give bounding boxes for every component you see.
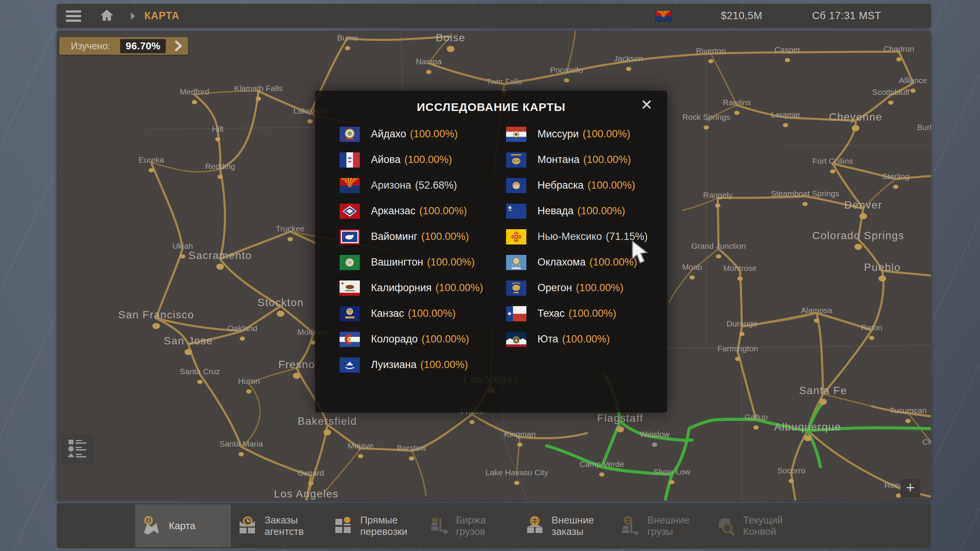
state-name: Вашингтон — [371, 256, 423, 268]
state-exploration-row: Айдахо(100.00%) — [340, 121, 483, 147]
tab-label: Текущий Конвой — [743, 514, 800, 537]
flag-new_mexico-icon — [506, 229, 526, 245]
city-dot — [708, 59, 714, 64]
state-name: Айдахо — [371, 128, 406, 140]
city-dot — [785, 58, 790, 62]
state-name: Миссури — [537, 128, 579, 140]
hamburger-menu-icon[interactable] — [66, 10, 81, 22]
city-label: Camp Verde — [580, 460, 624, 468]
city-label: Los Angeles — [274, 488, 338, 500]
city-label: Barstow — [397, 443, 426, 452]
city-dot — [277, 311, 284, 317]
state-explored-percent: (100.00%) — [576, 282, 624, 294]
home-icon — [100, 9, 114, 23]
explored-progress-control[interactable]: Изучено: 96.70% — [59, 37, 188, 55]
city-dot — [669, 480, 675, 484]
state-name: Арканзас — [371, 205, 415, 217]
state-explored-percent: (100.00%) — [435, 282, 483, 294]
city-dot — [287, 237, 293, 241]
city-label: Cheyenne — [829, 111, 882, 123]
state-explored-percent: (100.00%) — [410, 128, 458, 140]
screen: КАРТА $210,5M Сб 17:31 MST — [0, 0, 980, 551]
city-label: San Francisco — [118, 309, 194, 321]
city-dot — [789, 479, 794, 483]
state-name: Нью-Мексико — [537, 231, 602, 243]
city-label: Grand Junction — [691, 241, 746, 250]
explored-expand-chevron-icon — [174, 40, 183, 52]
state-explored-percent: (100.00%) — [588, 179, 635, 191]
city-dot — [879, 276, 886, 282]
city-dot — [715, 204, 720, 208]
city-label: Laramie — [771, 110, 800, 119]
city-label: Show Low — [653, 467, 691, 476]
home-button[interactable] — [100, 9, 114, 23]
state-explored-percent: (100.00%) — [421, 231, 469, 243]
flag-nevada-icon — [506, 204, 526, 219]
city-dot — [804, 435, 812, 441]
state-name: Юта — [537, 333, 558, 345]
dialog-title: ИССЛЕДОВАНИЕ КАРТЫ — [315, 101, 667, 114]
state-name: Небраска — [537, 179, 584, 191]
breadcrumb: КАРТА — [144, 10, 180, 22]
state-exploration-row: Арканзас(100.00%) — [340, 198, 483, 224]
city-dot — [514, 481, 519, 485]
city-dot — [246, 390, 252, 394]
state-exploration-row: Невада(100.00%) — [506, 198, 648, 224]
city-label: Colorado Springs — [812, 230, 904, 241]
city-label: Tucumcari — [889, 406, 926, 415]
flag-washington-icon — [340, 255, 360, 270]
flag-arkansas-icon — [340, 204, 360, 219]
state-explored-percent: (100.00%) — [420, 359, 468, 371]
legend-icon — [66, 438, 89, 461]
state-explored-percent: (100.00%) — [404, 154, 452, 166]
close-icon[interactable]: ✕ — [640, 98, 653, 112]
flag-oregon-icon — [506, 280, 526, 296]
city-dot — [293, 373, 301, 379]
city-dot — [192, 100, 197, 104]
tab-direct[interactable]: Прямые перевозки — [327, 504, 422, 547]
map-legend-button[interactable] — [61, 434, 94, 465]
flag-texas-icon — [506, 306, 526, 321]
city-label: Durango — [727, 319, 758, 328]
agency-icon — [237, 515, 258, 536]
city-label: Stockton — [258, 297, 304, 308]
state-name: Айова — [371, 154, 400, 166]
city-label: Casper — [774, 45, 800, 54]
city-label: Ukiah — [172, 241, 193, 250]
state-explored-percent: (100.00%) — [421, 333, 469, 345]
city-dot — [240, 337, 245, 341]
flag-california-icon — [340, 280, 360, 296]
state-exploration-row: Орегон(100.00%) — [506, 275, 648, 301]
city-dot — [447, 46, 454, 52]
city-dot — [735, 357, 740, 361]
state-explored-percent: (100.00%) — [419, 205, 467, 217]
city-label: Scottsbluff — [872, 88, 910, 96]
city-label: Santa Cruz — [180, 367, 220, 376]
city-label: Chadron — [884, 44, 915, 53]
city-dot — [517, 443, 523, 447]
tab-map[interactable]: Карта — [135, 504, 231, 547]
state-exploration-row: Канзас(100.00%) — [340, 301, 483, 326]
city-dot — [910, 89, 916, 93]
city-dot — [238, 452, 244, 456]
city-label: Flagstaff — [597, 412, 643, 424]
tab-ext_orders[interactable]: Внешние заказы — [518, 504, 614, 547]
city-dot — [323, 429, 331, 435]
city-dot — [737, 277, 743, 281]
state-exploration-row: Калифорния(100.00%) — [340, 275, 483, 301]
city-dot — [307, 119, 313, 124]
money-balance: $210,5M — [721, 10, 763, 22]
game-datetime: Сб 17:31 MST — [812, 10, 881, 22]
zoom-in-button[interactable]: + — [900, 479, 920, 497]
state-explored-percent: (100.00%) — [583, 154, 631, 166]
city-label: Fresno — [278, 359, 315, 370]
city-label: Twin Falls — [486, 77, 522, 86]
city-dot — [893, 185, 898, 189]
city-dot — [256, 97, 261, 101]
tab-agency[interactable]: Заказы агентств — [231, 504, 327, 547]
city-label: Redding — [205, 162, 235, 171]
flag-colorado-icon — [340, 332, 360, 347]
state-explored-percent: (52.68%) — [415, 179, 457, 191]
tab-label: Внешние грузы — [647, 514, 705, 537]
state-exploration-row: Колорадо(100.00%) — [340, 326, 483, 352]
